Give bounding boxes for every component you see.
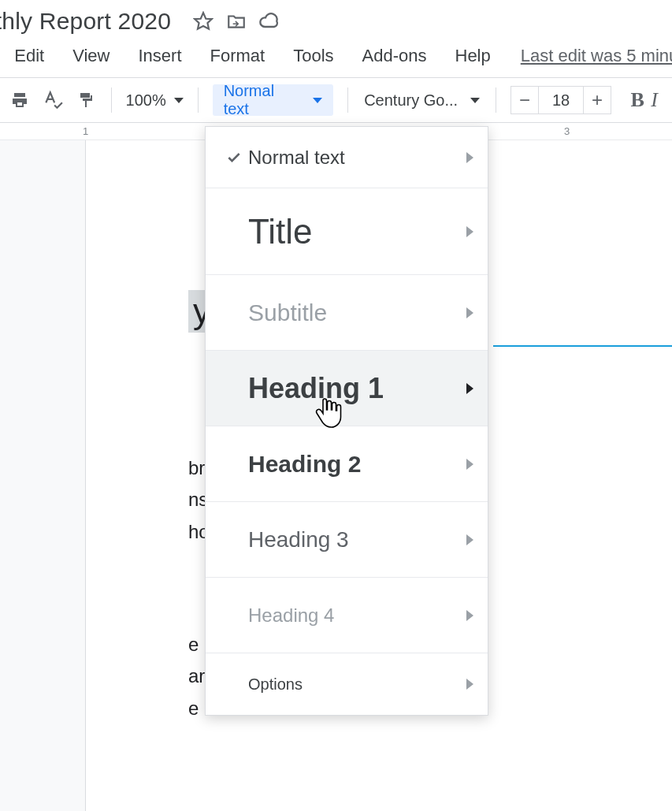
style-label: Heading 4 bbox=[248, 605, 466, 627]
font-size-increase-button[interactable]: + bbox=[583, 86, 611, 114]
style-label: Normal text bbox=[248, 147, 466, 169]
style-option-subtitle[interactable]: Subtitle bbox=[206, 275, 488, 351]
heading-underline bbox=[493, 345, 672, 347]
style-label: Heading 1 bbox=[248, 372, 466, 405]
chevron-right-icon bbox=[466, 226, 473, 237]
menu-bar: e Edit View Insert Format Tools Add-ons … bbox=[0, 39, 672, 77]
title-bar: onthly Report 2020 bbox=[0, 0, 672, 39]
italic-button[interactable]: I bbox=[651, 88, 669, 112]
caret-down-icon bbox=[470, 98, 480, 103]
svg-marker-0 bbox=[195, 13, 212, 29]
font-size-input[interactable]: 18 bbox=[539, 86, 583, 114]
menu-view[interactable]: View bbox=[72, 46, 110, 66]
paragraph-style-dropdown[interactable]: Normal text bbox=[213, 84, 334, 116]
chevron-right-icon bbox=[466, 679, 473, 690]
style-option-heading-2[interactable]: Heading 2 bbox=[206, 426, 488, 502]
menu-insert[interactable]: Insert bbox=[138, 46, 181, 66]
menu-format[interactable]: Format bbox=[210, 46, 265, 66]
move-folder-icon[interactable] bbox=[225, 9, 248, 33]
menu-tools[interactable]: Tools bbox=[293, 46, 333, 66]
style-option-normal-text[interactable]: Normal text bbox=[206, 127, 488, 188]
last-edit-link[interactable]: Last edit was 5 minute bbox=[521, 46, 672, 66]
font-size-decrease-button[interactable]: − bbox=[510, 86, 539, 114]
paint-format-icon[interactable] bbox=[72, 86, 99, 114]
ruler-mark: 1 bbox=[83, 125, 88, 137]
caret-down-icon bbox=[174, 98, 184, 103]
checkmark-icon bbox=[220, 150, 248, 166]
document-title[interactable]: onthly Report 2020 bbox=[0, 8, 171, 35]
spellcheck-icon[interactable] bbox=[39, 86, 66, 114]
toolbar: 100% Normal text Century Go... − 18 + B … bbox=[0, 77, 672, 123]
chevron-right-icon bbox=[466, 610, 473, 621]
menu-help[interactable]: Help bbox=[455, 46, 491, 66]
menu-addons[interactable]: Add-ons bbox=[362, 46, 427, 66]
font-label: Century Go... bbox=[364, 91, 458, 110]
style-label: Normal text bbox=[224, 82, 299, 118]
style-option-heading-1[interactable]: Heading 1 bbox=[206, 351, 488, 426]
cloud-status-icon[interactable] bbox=[258, 9, 281, 33]
font-size-group: − 18 + bbox=[510, 86, 611, 114]
star-icon[interactable] bbox=[191, 9, 215, 33]
style-options[interactable]: Options bbox=[206, 653, 488, 715]
menu-edit[interactable]: Edit bbox=[14, 46, 44, 66]
style-label: Subtitle bbox=[248, 299, 466, 326]
separator bbox=[198, 87, 199, 113]
bold-button[interactable]: B bbox=[624, 88, 651, 112]
chevron-right-icon bbox=[466, 534, 473, 545]
separator bbox=[496, 87, 496, 113]
style-label: Title bbox=[248, 212, 466, 251]
zoom-select[interactable]: 100% bbox=[126, 91, 184, 110]
chevron-right-icon bbox=[466, 459, 473, 470]
paragraph-styles-menu: Normal text Title Subtitle Heading 1 Hea… bbox=[205, 126, 488, 716]
style-option-heading-3[interactable]: Heading 3 bbox=[206, 502, 488, 578]
caret-down-icon bbox=[313, 98, 322, 103]
ruler-mark: 3 bbox=[564, 125, 570, 137]
font-family-select[interactable]: Century Go... bbox=[364, 91, 480, 110]
chevron-right-icon bbox=[466, 307, 473, 318]
separator bbox=[347, 87, 348, 113]
style-label: Heading 3 bbox=[248, 527, 466, 552]
style-option-title[interactable]: Title bbox=[206, 188, 488, 275]
chevron-right-icon bbox=[466, 383, 473, 394]
options-label: Options bbox=[248, 675, 466, 694]
chevron-right-icon bbox=[466, 152, 473, 163]
separator bbox=[111, 87, 112, 113]
paragraph[interactable]: nth, Brent Summerf o the role of Vice Pr… bbox=[188, 805, 672, 811]
print-icon[interactable] bbox=[6, 86, 33, 114]
style-option-heading-4[interactable]: Heading 4 bbox=[206, 578, 488, 653]
zoom-value: 100% bbox=[126, 91, 166, 110]
style-label: Heading 2 bbox=[248, 451, 466, 478]
